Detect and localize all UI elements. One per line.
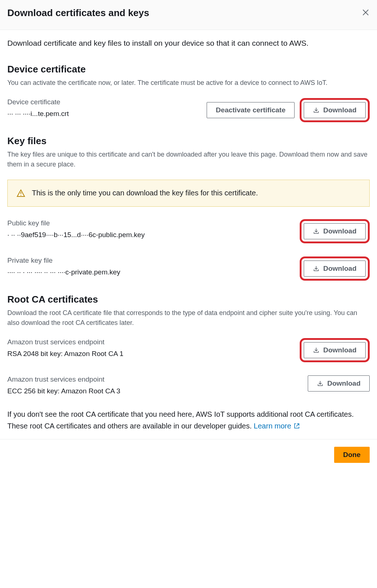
done-button[interactable]: Done — [334, 447, 370, 463]
download-icon — [313, 228, 319, 235]
device-cert-filename: ··· ··· ····i...te.pem.crt — [7, 110, 199, 118]
modal-header: Download certificates and keys — [0, 0, 377, 30]
key-files-title: Key files — [7, 135, 370, 147]
learn-more-link[interactable]: Learn more — [254, 420, 300, 432]
root-ca-ecc-download-label: Download — [327, 379, 361, 387]
learn-more-label: Learn more — [254, 420, 291, 432]
intro-text: Download certificate and key files to in… — [7, 37, 370, 49]
download-icon — [317, 380, 324, 387]
download-icon — [313, 347, 319, 353]
root-ca-footer-text: If you don't see the root CA certificate… — [7, 408, 370, 432]
close-icon — [362, 8, 370, 16]
private-key-download-button[interactable]: Download — [304, 261, 366, 277]
modal-footer: Done — [0, 439, 377, 470]
root-ca-ecc-row: Amazon trust services endpoint ECC 256 b… — [7, 375, 370, 395]
modal-body: Download certificate and key files to in… — [0, 30, 377, 439]
download-icon — [313, 107, 319, 113]
deactivate-cert-button[interactable]: Deactivate certificate — [207, 102, 295, 118]
modal-title: Download certificates and keys — [7, 7, 149, 19]
public-key-download-label: Download — [323, 227, 356, 235]
key-files-alert-text: This is the only time you can download t… — [32, 189, 258, 197]
public-key-label: Public key file — [7, 219, 292, 227]
private-key-label: Private key file — [7, 256, 292, 265]
download-icon — [313, 265, 319, 272]
public-key-filename: · ·· ··9aef519····b···15...d····6c-publi… — [7, 231, 292, 239]
private-key-download-label: Download — [323, 265, 356, 273]
close-button[interactable] — [362, 8, 370, 18]
highlight-public-key-download: Download — [300, 219, 370, 243]
root-ca-footer-text-body: If you don't see the root CA certificate… — [7, 410, 354, 430]
private-key-filename: ···· ·· · ··· ···· ·· ··· ····c-private.… — [7, 268, 292, 276]
public-key-download-button[interactable]: Download — [304, 223, 366, 239]
root-ca-rsa-value: RSA 2048 bit key: Amazon Root CA 1 — [7, 350, 292, 358]
root-ca-ecc-value: ECC 256 bit key: Amazon Root CA 3 — [7, 387, 300, 395]
device-cert-download-button[interactable]: Download — [304, 102, 366, 118]
device-cert-label: Device certificate — [7, 98, 199, 106]
root-ca-rsa-download-label: Download — [323, 346, 356, 354]
root-ca-ecc-download-button[interactable]: Download — [308, 375, 370, 392]
root-ca-rsa-row: Amazon trust services endpoint RSA 2048 … — [7, 338, 370, 362]
highlight-private-key-download: Download — [300, 256, 370, 281]
external-link-icon — [293, 423, 300, 429]
device-cert-title: Device certificate — [7, 64, 370, 75]
private-key-row: Private key file ···· ·· · ··· ···· ·· ·… — [7, 256, 370, 281]
root-ca-desc: Download the root CA certificate file th… — [7, 308, 370, 328]
root-ca-rsa-download-button[interactable]: Download — [304, 342, 366, 358]
key-files-alert: This is the only time you can download t… — [7, 180, 370, 207]
root-ca-ecc-label: Amazon trust services endpoint — [7, 375, 300, 383]
device-cert-desc: You can activate the certificate now, or… — [7, 78, 370, 88]
key-files-desc: The key files are unique to this certifi… — [7, 150, 370, 169]
public-key-row: Public key file · ·· ··9aef519····b···15… — [7, 219, 370, 243]
device-cert-row: Device certificate ··· ··· ····i...te.pe… — [7, 98, 370, 122]
root-ca-rsa-label: Amazon trust services endpoint — [7, 338, 292, 346]
root-ca-title: Root CA certificates — [7, 294, 370, 305]
highlight-device-cert-download: Download — [300, 98, 370, 122]
device-cert-download-label: Download — [323, 106, 356, 114]
highlight-root-ca-rsa-download: Download — [300, 338, 370, 362]
warning-icon — [16, 189, 25, 198]
